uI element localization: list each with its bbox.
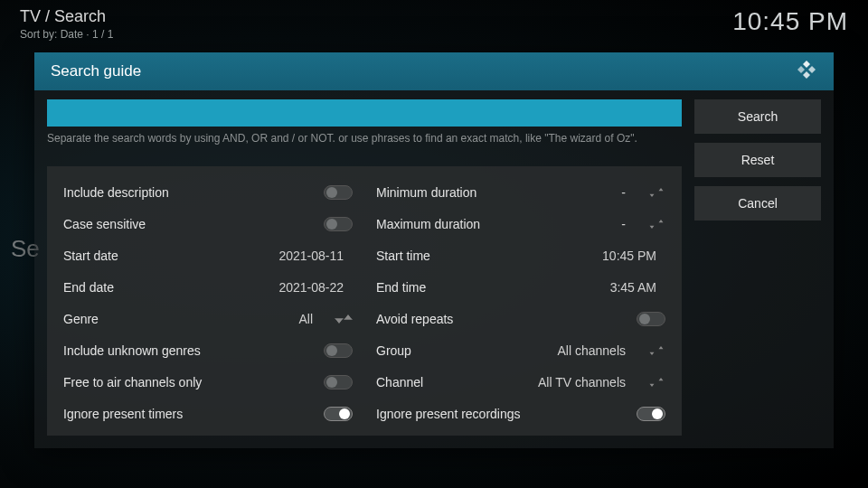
clock: 10:45 PM [732, 7, 848, 36]
include-unknown-genres-toggle[interactable] [324, 343, 353, 358]
ignore-present-timers-row[interactable]: Ignore present timers [63, 399, 353, 430]
include-description-row[interactable]: Include description [63, 177, 353, 209]
min-duration-spinner-icon[interactable] [647, 186, 665, 199]
dialog-title: Search guide [51, 62, 141, 80]
end-time-label: End time [376, 280, 610, 295]
options-panel: Include description Case sensitive Start… [47, 166, 682, 436]
ignore-present-recordings-label: Ignore present recordings [376, 407, 637, 421]
ignore-present-recordings-row[interactable]: Ignore present recordings [376, 399, 665, 430]
start-time-value: 10:45 PM [602, 249, 665, 263]
dialog-header: Search guide [34, 52, 834, 90]
reset-button[interactable]: Reset [694, 143, 821, 177]
include-unknown-genres-label: Include unknown genres [63, 343, 324, 358]
group-label: Group [376, 343, 558, 358]
genre-row[interactable]: Genre All [63, 304, 353, 335]
end-date-row[interactable]: End date 2021-08-22 [63, 272, 353, 304]
include-description-toggle[interactable] [324, 185, 353, 200]
min-duration-row[interactable]: Minimum duration - [376, 177, 665, 209]
avoid-repeats-toggle[interactable] [637, 312, 665, 326]
start-date-label: Start date [63, 249, 278, 263]
search-button[interactable]: Search [694, 99, 821, 134]
top-bar: TV / Search Sort by: Date · 1 / 1 10:45 … [0, 0, 868, 41]
channel-label: Channel [376, 375, 538, 389]
start-date-row[interactable]: Start date 2021-08-11 [63, 240, 353, 272]
channel-row[interactable]: Channel All TV channels [376, 367, 665, 399]
search-input[interactable] [47, 99, 682, 127]
channel-spinner-icon[interactable] [647, 376, 665, 389]
min-duration-value: - [621, 185, 635, 200]
start-time-row[interactable]: Start time 10:45 PM [376, 240, 665, 272]
search-hint: Separate the search words by using AND, … [47, 132, 682, 146]
group-spinner-icon[interactable] [647, 344, 665, 357]
avoid-repeats-label: Avoid repeats [376, 312, 637, 326]
case-sensitive-row[interactable]: Case sensitive [63, 209, 353, 240]
case-sensitive-toggle[interactable] [324, 217, 353, 231]
ignore-present-timers-label: Ignore present timers [63, 407, 324, 421]
sort-info: Sort by: Date · 1 / 1 [20, 28, 113, 41]
min-duration-label: Minimum duration [376, 185, 621, 200]
max-duration-spinner-icon[interactable] [647, 218, 665, 230]
breadcrumb: TV / Search [20, 7, 113, 26]
group-value: All channels [558, 343, 636, 358]
include-unknown-genres-row[interactable]: Include unknown genres [63, 335, 353, 367]
channel-value: All TV channels [538, 375, 635, 389]
free-to-air-label: Free to air channels only [63, 375, 324, 389]
genre-label: Genre [63, 312, 298, 326]
end-date-label: End date [63, 280, 278, 295]
end-date-value: 2021-08-22 [278, 280, 353, 295]
avoid-repeats-row[interactable]: Avoid repeats [376, 304, 665, 335]
kodi-logo-icon [796, 59, 817, 84]
include-description-label: Include description [63, 185, 324, 200]
ignore-present-timers-toggle[interactable] [324, 407, 353, 421]
cancel-button[interactable]: Cancel [694, 186, 821, 221]
max-duration-row[interactable]: Maximum duration - [376, 209, 665, 240]
end-time-row[interactable]: End time 3:45 AM [376, 272, 665, 304]
max-duration-label: Maximum duration [376, 217, 621, 231]
start-time-label: Start time [376, 249, 602, 263]
genre-spinner-icon[interactable] [335, 313, 353, 325]
search-guide-dialog: Search guide Separate the search words b… [34, 52, 834, 448]
genre-value: All [298, 312, 322, 326]
ignore-present-recordings-toggle[interactable] [637, 407, 665, 421]
start-date-value: 2021-08-11 [278, 249, 353, 263]
group-row[interactable]: Group All channels [376, 335, 665, 367]
max-duration-value: - [621, 217, 635, 231]
end-time-value: 3:45 AM [610, 280, 665, 295]
case-sensitive-label: Case sensitive [63, 217, 324, 231]
free-to-air-toggle[interactable] [324, 375, 353, 389]
free-to-air-row[interactable]: Free to air channels only [63, 367, 353, 399]
